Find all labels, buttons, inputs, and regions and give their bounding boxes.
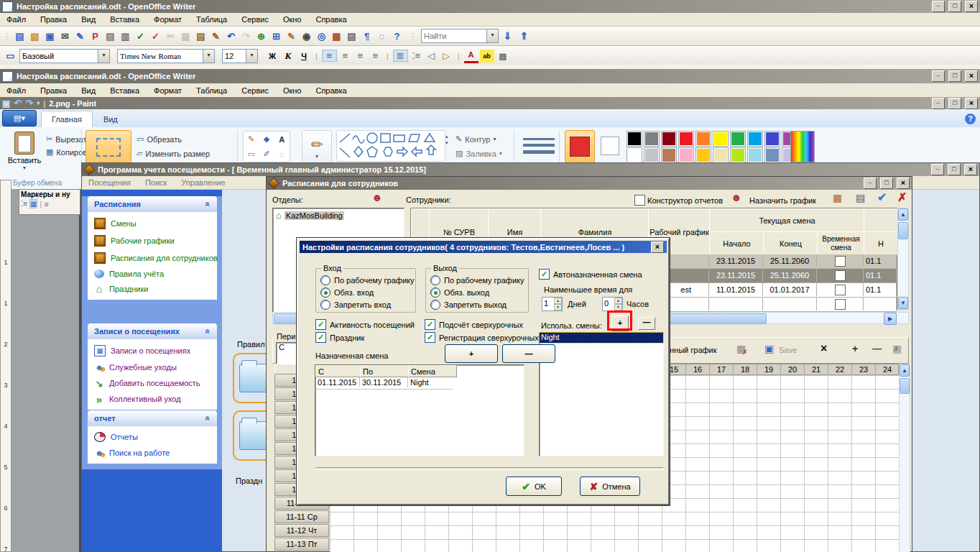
increase-indent-icon[interactable]: ▷ bbox=[440, 50, 453, 61]
save-icon[interactable]: ▣ bbox=[764, 343, 774, 354]
draw-icon[interactable]: ✎ bbox=[284, 29, 299, 43]
fill-bucket-icon[interactable]: ◆ bbox=[259, 132, 274, 147]
exit-radio-option[interactable]: Запретить выход bbox=[430, 300, 525, 310]
fill-button[interactable]: ▨ Заливка ▾ bbox=[456, 149, 502, 158]
add-icon[interactable]: + bbox=[852, 343, 858, 354]
minimize-button[interactable] bbox=[864, 178, 877, 189]
crop-button[interactable]: ▭ Обрезать bbox=[137, 134, 182, 144]
menu-item[interactable]: Вставка bbox=[110, 15, 139, 24]
print-icon[interactable]: ▤ bbox=[103, 29, 118, 43]
checkbox-icon[interactable] bbox=[315, 319, 326, 330]
palette-color[interactable] bbox=[713, 147, 729, 163]
entry-radio-option[interactable]: Запретить вход bbox=[320, 300, 412, 310]
sidebar-item[interactable]: Смены bbox=[88, 215, 216, 232]
help-icon[interactable]: ? bbox=[965, 114, 976, 124]
line-width-button[interactable] bbox=[523, 132, 555, 160]
export-pdf-icon[interactable]: P bbox=[88, 29, 103, 43]
oo2-titlebar[interactable]: Настройка расписаний.odt - OpenOffice Wr… bbox=[0, 69, 980, 83]
format-paintbrush-icon[interactable]: ✎ bbox=[208, 29, 223, 43]
spin-down-icon[interactable]: ▼ bbox=[614, 304, 622, 310]
menu-item[interactable]: Вид bbox=[81, 86, 96, 95]
add-assigned-button[interactable]: + bbox=[445, 344, 498, 363]
spin-up-icon[interactable]: ▲ bbox=[614, 298, 622, 304]
sidebar-item[interactable]: Отчеты bbox=[88, 429, 216, 445]
minimize-button[interactable] bbox=[932, 70, 945, 82]
select-tool-button[interactable] bbox=[85, 130, 131, 165]
palette-color[interactable] bbox=[644, 147, 660, 163]
remove-assigned-button[interactable]: — bbox=[502, 344, 555, 363]
brush-button[interactable]: ✎ ▾ bbox=[302, 130, 332, 165]
sidebar-item[interactable]: Добавить посещаемость bbox=[88, 375, 216, 391]
clear-icon[interactable]: × bbox=[820, 342, 827, 355]
report-icon[interactable]: ▦ bbox=[833, 192, 842, 203]
find-prev-icon[interactable]: ⇑ bbox=[517, 29, 532, 43]
cut-icon[interactable]: ✂ bbox=[163, 29, 178, 43]
sidebar-item[interactable]: Коллективный уход bbox=[88, 391, 216, 407]
highlight-color-icon[interactable]: ab bbox=[480, 50, 494, 63]
spin-up-icon[interactable]: ▲ bbox=[554, 298, 562, 304]
sidebar-item[interactable]: Правила учёта bbox=[88, 267, 216, 281]
palette-color[interactable] bbox=[747, 147, 763, 163]
magnifier-icon[interactable]: ◌ bbox=[274, 147, 290, 162]
styles-icon[interactable]: ▭ bbox=[3, 49, 18, 63]
resize-button[interactable]: ▱ Изменить размер bbox=[137, 149, 210, 158]
sidebar-item[interactable]: Рабочие графики bbox=[88, 232, 216, 249]
maximize-button[interactable] bbox=[948, 98, 961, 109]
entry-radio-option[interactable]: Обяз. вход bbox=[320, 288, 412, 298]
palette-color[interactable] bbox=[644, 131, 660, 147]
outline-list-icon[interactable]: ≡ bbox=[44, 200, 48, 208]
undo-icon[interactable]: ↶ bbox=[14, 98, 22, 109]
edit-mode-icon[interactable]: ✎ bbox=[73, 29, 88, 43]
close-button[interactable] bbox=[965, 70, 978, 82]
section-header-schedules[interactable]: Расписания « bbox=[88, 196, 217, 212]
numbered-list-icon[interactable]: ▦ bbox=[29, 199, 37, 208]
radio-icon[interactable] bbox=[320, 275, 330, 285]
menu-item[interactable]: Формат bbox=[154, 86, 182, 95]
palette-color[interactable] bbox=[713, 131, 729, 147]
sidebar-item[interactable]: Записи о посещениях bbox=[88, 342, 216, 359]
auto-shift-checkbox-row[interactable]: Автоназначенная смена bbox=[539, 269, 642, 280]
temp-shift-checkbox[interactable] bbox=[835, 270, 846, 281]
radio-icon[interactable] bbox=[320, 300, 330, 310]
autospellcheck-icon[interactable]: ✓ bbox=[148, 29, 163, 43]
close-button[interactable] bbox=[965, 98, 978, 109]
bold-button[interactable]: Ж bbox=[265, 50, 279, 63]
shapes-palette[interactable] bbox=[336, 130, 445, 162]
scroll-thumb[interactable] bbox=[900, 378, 910, 394]
zoom-icon[interactable]: ◌ bbox=[374, 29, 389, 43]
maximize-button[interactable] bbox=[948, 70, 961, 82]
font-color-icon[interactable]: А bbox=[464, 48, 479, 63]
undo-icon[interactable]: ↶ bbox=[223, 29, 239, 43]
col-end[interactable]: Конец bbox=[763, 231, 818, 256]
menu-item[interactable]: Вставка bbox=[110, 86, 139, 95]
col-temp-shift[interactable]: Временная смена bbox=[817, 231, 865, 256]
col-extra[interactable]: Н bbox=[864, 231, 898, 256]
sidebar-item[interactable]: Праздники bbox=[88, 281, 216, 297]
datasource-icon[interactable]: ▤ bbox=[344, 29, 359, 43]
edit-colors-button[interactable] bbox=[790, 131, 815, 162]
open-icon[interactable]: ▧ bbox=[27, 29, 42, 43]
days-spinner[interactable]: 1 ▲▼ bbox=[542, 297, 563, 311]
ribbon-tab[interactable]: Вид bbox=[93, 111, 129, 128]
temp-shift-checkbox[interactable] bbox=[835, 256, 846, 267]
paint-titlebar[interactable]: ▣ ↶ ↷ ▾ | 2.png - Paint bbox=[0, 97, 980, 109]
menu-item[interactable]: Окно bbox=[283, 15, 302, 24]
spin-down-icon[interactable]: ▼ bbox=[554, 304, 562, 310]
oo1-titlebar[interactable]: Настройка расписаний.odt - OpenOffice Wr… bbox=[0, 0, 980, 13]
numbering-icon[interactable]: ≣ bbox=[393, 50, 408, 62]
shift-list-item[interactable]: Night bbox=[540, 333, 663, 343]
outline-button[interactable]: ✎ Контур ▾ bbox=[456, 134, 496, 144]
color1-swatch[interactable] bbox=[565, 130, 595, 163]
grid-vscrollbar[interactable]: ▲ bbox=[899, 364, 910, 552]
paragraph-style-select[interactable]: Базовый▾ bbox=[19, 49, 110, 63]
font-size-select[interactable]: 12▾ bbox=[222, 49, 258, 63]
menu-item[interactable]: Файл bbox=[6, 15, 26, 24]
col-to[interactable]: По bbox=[360, 365, 412, 377]
maximize-button[interactable] bbox=[948, 1, 961, 12]
page-preview-icon[interactable]: ▥ bbox=[118, 29, 133, 43]
sidebar-item[interactable]: Расписания для сотрудников bbox=[88, 249, 216, 267]
hyperlink-icon[interactable]: ⊕ bbox=[254, 29, 269, 43]
redo-icon[interactable]: ↷ bbox=[239, 29, 254, 43]
align-center-icon[interactable]: ≡ bbox=[338, 50, 352, 61]
col-from[interactable]: С bbox=[315, 365, 364, 377]
